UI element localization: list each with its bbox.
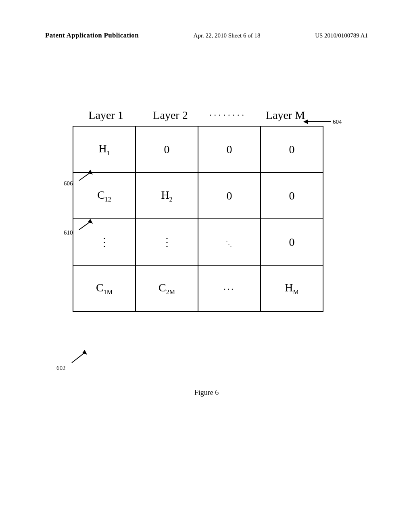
publication-date: Apr. 22, 2010 Sheet 6 of 18 <box>194 32 261 39</box>
cell-h2-content: H2 <box>161 189 172 203</box>
publication-number: US 2010/0100789 A1 <box>315 32 368 39</box>
cell-vdots1: ⋮ <box>73 219 136 265</box>
cell-h1: H1 <box>73 126 136 172</box>
cell-r2c4-content: 0 <box>289 190 295 202</box>
cell-c12: C12 <box>73 172 136 219</box>
cell-r1c2-content: 0 <box>164 144 170 155</box>
vertical-dots-2: ⋮ <box>136 219 198 265</box>
cell-diag-dots: ⋱ <box>198 219 261 265</box>
cell-r3c4: 0 <box>261 219 323 265</box>
horizontal-dots: ··· <box>223 284 235 294</box>
figure-label-text: Figure 6 <box>194 389 219 397</box>
page-header: Patent Application Publication Apr. 22, … <box>0 31 413 39</box>
cell-r1c2: 0 <box>136 126 198 172</box>
cell-r1c3: 0 <box>198 126 261 172</box>
cell-hdots: ··· <box>198 265 261 312</box>
cell-c12-content: C12 <box>97 189 111 203</box>
cell-r2c3: 0 <box>198 172 261 219</box>
cell-h1-content: H1 <box>98 143 110 156</box>
table-row: ⋮ ⋮ ⋱ 0 <box>73 219 323 265</box>
cell-c2m-content: C2M <box>159 282 175 295</box>
cell-c2m: C2M <box>136 265 198 312</box>
cell-r3c4-content: 0 <box>289 237 295 248</box>
patent-publication-label: Patent Application Publication <box>45 31 139 39</box>
matrix-table: H1 0 0 0 C12 H2 0 <box>73 126 323 312</box>
layer-labels-row: Layer 1 Layer 2 ········ Layer M <box>73 109 371 122</box>
layer-1-label: Layer 1 <box>73 109 139 122</box>
layer-separator-dots: ········ <box>202 110 254 121</box>
layer-m-label: Layer M <box>254 109 317 122</box>
cell-hm-content: HM <box>285 282 298 295</box>
figure-label: Figure 6 <box>0 389 413 397</box>
diagonal-dots: ⋱ <box>226 241 233 247</box>
table-row: C12 H2 0 0 <box>73 172 323 219</box>
diagram-area: Layer 1 Layer 2 ········ Layer M H1 0 0 … <box>40 109 371 312</box>
svg-marker-10 <box>82 350 87 355</box>
cell-c1m: C1M <box>73 265 136 312</box>
svg-text:602: 602 <box>56 365 66 371</box>
matrix-wrapper: H1 0 0 0 C12 H2 0 <box>40 126 371 312</box>
svg-line-9 <box>72 353 85 363</box>
cell-r1c4: 0 <box>261 126 323 172</box>
table-row: C1M C2M ··· HM <box>73 265 323 312</box>
cell-r1c3-content: 0 <box>227 144 232 155</box>
table-row: H1 0 0 0 <box>73 126 323 172</box>
cell-r2c3-content: 0 <box>227 190 232 202</box>
cell-h2: H2 <box>136 172 198 219</box>
cell-vdots2: ⋮ <box>136 219 198 265</box>
cell-hm: HM <box>261 265 323 312</box>
layer-2-label: Layer 2 <box>139 109 202 122</box>
cell-c1m-content: C1M <box>96 282 113 295</box>
cell-r1c4-content: 0 <box>289 144 295 155</box>
cell-r2c4: 0 <box>261 172 323 219</box>
vertical-dots-1: ⋮ <box>73 219 135 265</box>
